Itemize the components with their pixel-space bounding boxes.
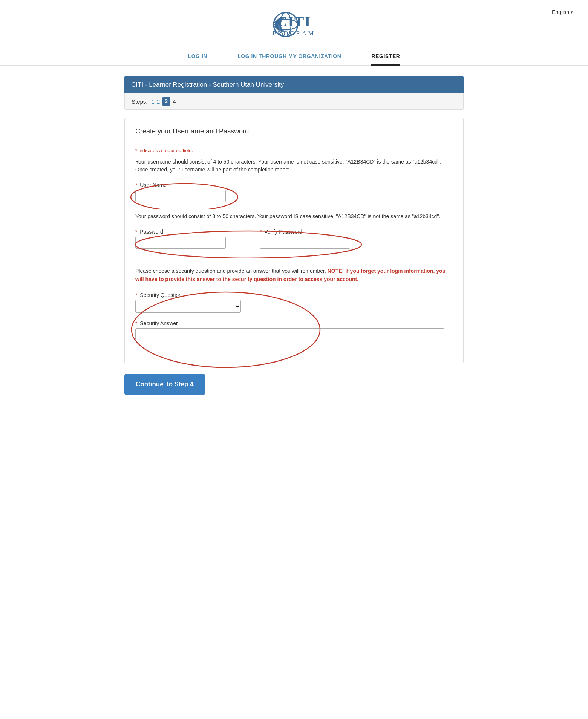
step-3-current: 3 [162, 97, 170, 106]
security-fields-wrapper: * Security Question What is the name of … [135, 292, 453, 352]
username-field-wrapper: * User Name [135, 182, 226, 202]
username-input[interactable] [135, 190, 226, 202]
step-2-link[interactable]: 2 [157, 98, 160, 105]
security-answer-field-group: * Security Answer [135, 320, 453, 340]
required-note: * indicates a required field. [135, 148, 453, 153]
form-title: Create your Username and Password [135, 127, 453, 141]
steps-label: Steps: [132, 98, 148, 105]
form-card: Create your Username and Password * indi… [124, 118, 464, 363]
svg-text:PROGRAM: PROGRAM [273, 30, 315, 37]
username-field-group: * User Name [135, 182, 226, 202]
password-required-star: * [135, 229, 137, 235]
verify-password-label: * Verify Password [260, 229, 369, 235]
nav-register[interactable]: REGISTER [371, 53, 400, 66]
verify-password-input[interactable] [260, 237, 350, 249]
security-question-field-group: * Security Question What is the name of … [135, 292, 453, 313]
steps-bar: Steps: 1 2 3 4 [124, 93, 464, 110]
password-field-group: * Password [135, 229, 245, 249]
password-fields-row: * Password * Verify Password [135, 229, 369, 256]
password-input[interactable] [135, 237, 226, 249]
password-info: Your password should consist of 8 to 50 … [135, 213, 453, 220]
username-info: Your username should consist of 4 to 50 … [135, 158, 453, 174]
main-content: CITI - Learner Registration - Southern U… [117, 66, 471, 425]
security-note: Please choose a security question and pr… [135, 267, 453, 284]
verify-required-star: * [260, 229, 262, 235]
language-selector[interactable]: English ▾ [552, 9, 573, 15]
continue-button[interactable]: Continue To Step 4 [124, 374, 205, 395]
step-1-link[interactable]: 1 [152, 98, 155, 105]
registration-title: CITI - Learner Registration - Southern U… [131, 81, 284, 88]
security-question-label: * Security Question [135, 292, 453, 298]
verify-password-field-group: * Verify Password [260, 229, 369, 249]
language-label: English [552, 9, 569, 15]
logo: CITI PROGRAM [264, 7, 324, 43]
registration-header: CITI - Learner Registration - Southern U… [124, 76, 464, 93]
security-note-plain: Please choose a security question and pr… [135, 268, 328, 274]
security-question-select[interactable]: What is the name of your first pet? What… [135, 300, 241, 313]
main-nav: LOG IN LOG IN THROUGH MY ORGANIZATION RE… [0, 46, 588, 66]
username-required-star: * [135, 182, 137, 188]
header: CITI PROGRAM English ▾ [0, 0, 588, 46]
nav-login[interactable]: LOG IN [188, 53, 208, 66]
username-label: * User Name [135, 182, 226, 188]
step-4-plain: 4 [173, 98, 176, 105]
security-answer-label: * Security Answer [135, 320, 453, 326]
security-answer-input[interactable] [135, 328, 444, 340]
chevron-down-icon: ▾ [571, 10, 573, 15]
security-answer-required-star: * [135, 320, 137, 326]
security-question-required-star: * [135, 292, 137, 298]
nav-login-org[interactable]: LOG IN THROUGH MY ORGANIZATION [237, 53, 341, 66]
password-label: * Password [135, 229, 245, 235]
password-fields-wrapper: * Password * Verify Password [135, 229, 453, 256]
svg-text:CITI: CITI [277, 14, 311, 29]
